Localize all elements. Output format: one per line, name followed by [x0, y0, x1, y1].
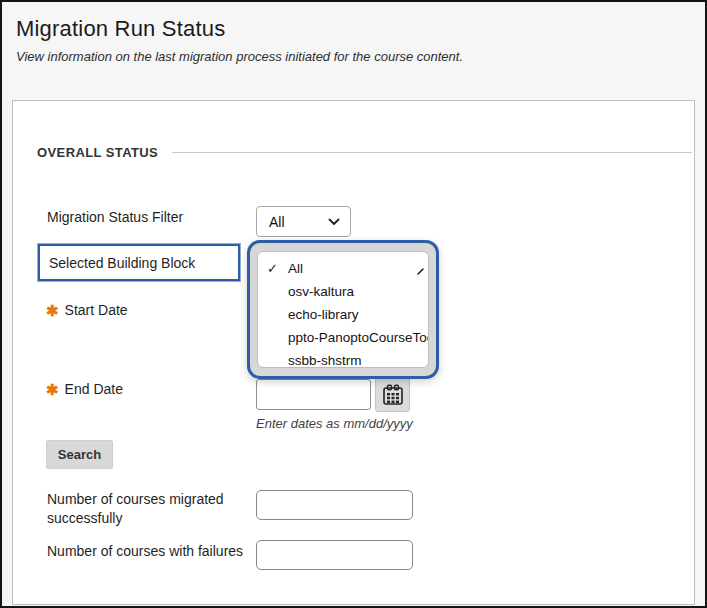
required-asterisk-icon: ✱	[46, 302, 59, 320]
start-date-label: Start Date	[65, 302, 128, 318]
option-label: osv-kaltura	[288, 284, 354, 299]
page-title: Migration Run Status	[16, 16, 691, 42]
courses-failures-input[interactable]	[256, 540, 413, 570]
courses-migrated-input[interactable]	[256, 490, 413, 520]
end-date-input[interactable]	[256, 379, 371, 410]
checkmark-icon: ✓	[267, 257, 278, 280]
page-header: Migration Run Status View information on…	[16, 16, 691, 64]
selected-building-block-label-text: Selected Building Block	[49, 255, 195, 271]
date-picker-button[interactable]	[375, 377, 410, 412]
building-block-dropdown-popup: ✓ All osv-kaltura echo-library ppto-Pano…	[247, 240, 439, 379]
courses-failures-label: Number of courses with failures	[47, 542, 277, 561]
section-divider	[172, 152, 692, 153]
option-label: ppto-PanoptoCourseTool	[288, 330, 429, 345]
selected-building-block-label: Selected Building Block	[38, 244, 240, 281]
date-format-hint: Enter dates as mm/dd/yyyy	[256, 416, 413, 431]
building-block-option-list: ✓ All osv-kaltura echo-library ppto-Pano…	[257, 251, 429, 368]
option-label: All	[288, 261, 303, 276]
dropdown-option-ssbb-shstrm[interactable]: ssbb-shstrm	[258, 349, 428, 368]
option-label: echo-library	[288, 307, 359, 322]
section-title: OVERALL STATUS	[37, 145, 158, 160]
migration-status-filter-label: Migration Status Filter	[47, 209, 183, 225]
overall-status-panel: OVERALL STATUS Migration Status Filter A…	[12, 100, 695, 605]
end-date-row: ✱ End Date	[46, 381, 123, 399]
migration-status-filter-value: All	[269, 214, 285, 230]
dropdown-option-echo-library[interactable]: echo-library	[258, 303, 428, 326]
dropdown-option-all[interactable]: ✓ All	[258, 257, 428, 280]
chevron-down-icon	[328, 218, 340, 226]
migration-status-filter-select[interactable]: All	[256, 206, 351, 237]
page-subtitle: View information on the last migration p…	[16, 49, 691, 64]
end-date-label: End Date	[65, 381, 123, 397]
required-asterisk-icon: ✱	[46, 381, 59, 399]
search-button[interactable]: Search	[46, 440, 113, 469]
migration-run-status-page: Migration Run Status View information on…	[0, 0, 707, 608]
option-label: ssbb-shstrm	[288, 353, 362, 368]
calendar-icon	[381, 383, 405, 407]
section-header: OVERALL STATUS	[37, 145, 692, 160]
dropdown-option-osv-kaltura[interactable]: osv-kaltura	[258, 280, 428, 303]
start-date-row: ✱ Start Date	[46, 302, 128, 320]
courses-migrated-label: Number of courses migrated successfully	[47, 490, 253, 528]
dropdown-option-ppto-panopto[interactable]: ppto-PanoptoCourseTool	[258, 326, 428, 349]
